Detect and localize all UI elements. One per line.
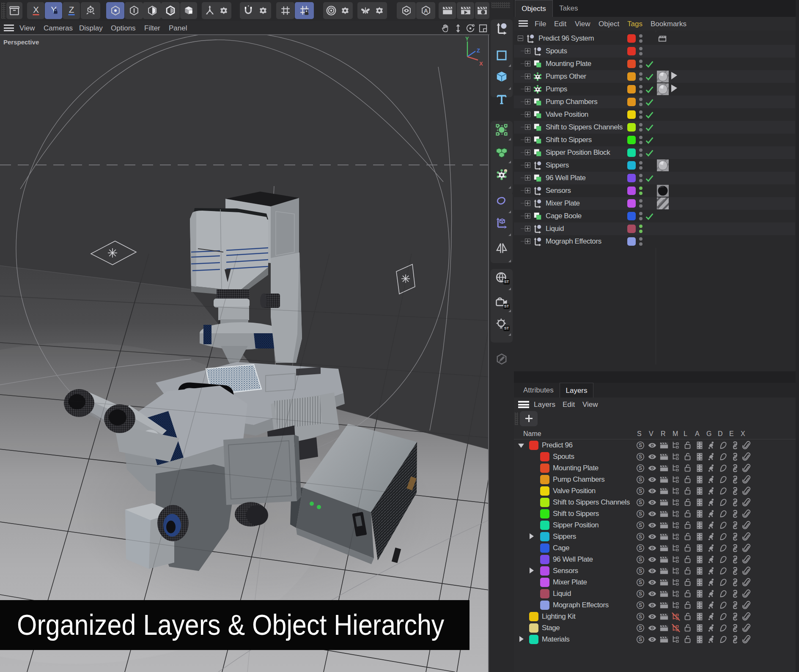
svg-text:Z: Z bbox=[69, 5, 74, 14]
svg-text:X: X bbox=[479, 60, 483, 67]
svg-text:Z: Z bbox=[477, 47, 480, 54]
svg-text:Y: Y bbox=[465, 36, 469, 42]
svg-text:X: X bbox=[33, 5, 39, 14]
svg-text:Perspective: Perspective bbox=[3, 38, 39, 46]
svg-text:A: A bbox=[424, 8, 428, 14]
